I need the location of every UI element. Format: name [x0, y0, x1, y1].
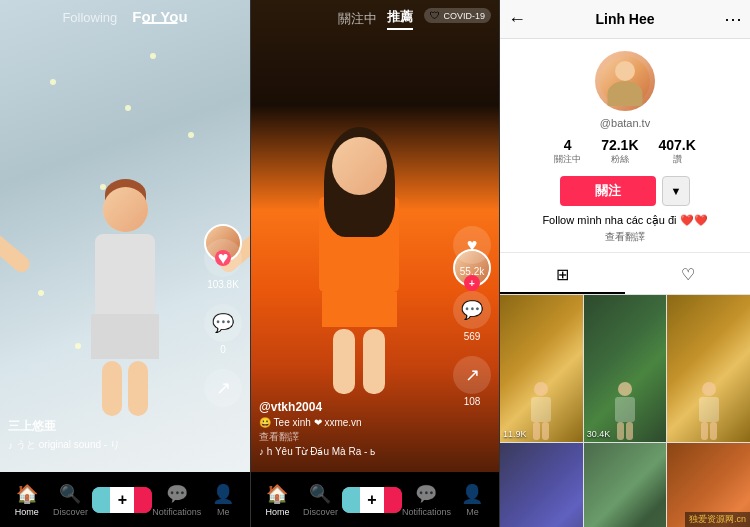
heart-outline-icon: ♡ — [681, 265, 695, 284]
followers-label: 粉絲 — [611, 153, 629, 166]
back-button[interactable]: ← — [508, 9, 526, 30]
middle-heart-icon[interactable]: ♥ — [453, 226, 491, 264]
video-thumb[interactable] — [584, 443, 667, 527]
middle-like-action[interactable]: ♥ 55.2k — [453, 226, 491, 277]
profile-handle: @batan.tv — [600, 117, 650, 129]
right-panel: ← Linh Hee ⋯ @batan.tv 4 關注中 72.1K — [500, 0, 750, 527]
home-label: Home — [15, 507, 39, 517]
bottom-navbar: 🏠 Home 🔍 Discover + 💬 Notifications 👤 — [0, 472, 250, 527]
profile-stats: 4 關注中 72.1K 粉絲 407.K 讚 — [554, 137, 696, 166]
video-count: 11.9K — [503, 429, 527, 439]
shield-icon: 🛡 — [430, 10, 440, 21]
middle-bottom-info: @vtkh2004 😀 Tee xinh ❤ xxme.vn 查看翻譯 ♪ h … — [259, 400, 439, 457]
me-icon: 👤 — [212, 483, 234, 505]
discover-icon: 🔍 — [59, 483, 81, 505]
like-action[interactable]: ♥ 103.8K — [204, 239, 242, 290]
following-count: 4 — [564, 137, 572, 153]
nav-add[interactable]: + — [92, 487, 152, 513]
covid-label: COVID-19 — [443, 11, 485, 21]
middle-comment-count: 569 — [464, 331, 481, 342]
middle-home-label: Home — [265, 507, 289, 517]
middle-share-action[interactable]: ↗ 108 — [453, 356, 491, 407]
profile-header: ← Linh Hee ⋯ — [500, 0, 750, 39]
middle-panel: 關注中 推薦 🛡 COVID-19 + — [250, 0, 500, 527]
left-bottom-info: 三上悠亜 ♪ うと original sound - り — [8, 418, 195, 452]
likes-label: 讚 — [673, 153, 682, 166]
notifications-label: Notifications — [152, 507, 201, 517]
comment-count: 0 — [220, 344, 226, 355]
comment-action[interactable]: 💬 0 — [204, 304, 242, 355]
video-thumb[interactable]: 11.9K — [500, 295, 583, 442]
middle-bottom-navbar: 🏠 Home 🔍 Discover + 💬 Notifications 👤 — [251, 472, 499, 527]
tab-grid[interactable]: ⊞ — [500, 257, 625, 294]
middle-discover-icon: 🔍 — [309, 483, 331, 505]
left-username: 三上悠亜 — [8, 418, 195, 435]
follow-button[interactable]: 關注 — [560, 176, 656, 206]
followers-stat: 72.1K 粉絲 — [601, 137, 638, 166]
middle-top-nav: 關注中 推薦 🛡 COVID-19 — [251, 0, 499, 38]
video-thumb[interactable]: 30.4K — [584, 295, 667, 442]
middle-me-label: Me — [466, 507, 479, 517]
follow-btn-container: 關注 ▼ — [560, 176, 691, 206]
left-music-info: ♪ うと original sound - り — [8, 438, 195, 452]
dropdown-button[interactable]: ▼ — [662, 176, 691, 206]
music-note-icon: ♪ — [8, 440, 13, 451]
nav-notifications[interactable]: 💬 Notifications — [152, 483, 201, 517]
middle-home-icon: 🏠 — [266, 483, 288, 505]
video-count: 30.4K — [587, 429, 611, 439]
middle-add-icon: + — [360, 487, 384, 513]
middle-nav-home[interactable]: 🏠 Home — [256, 483, 299, 517]
following-stat: 4 關注中 — [554, 137, 581, 166]
comment-icon[interactable]: 💬 — [204, 304, 242, 342]
share-icon[interactable]: ↗ — [204, 369, 242, 407]
home-icon: 🏠 — [16, 483, 38, 505]
left-actions: ♥ 103.8K 💬 0 ↗ — [204, 239, 242, 407]
likes-stat: 407.K 讚 — [659, 137, 696, 166]
nav-home[interactable]: 🏠 Home — [5, 483, 49, 517]
middle-nav-notifications[interactable]: 💬 Notifications — [402, 483, 451, 517]
middle-comment-action[interactable]: 💬 569 — [453, 291, 491, 342]
covid-badge: 🛡 COVID-19 — [424, 8, 491, 23]
middle-video-bg: 關注中 推薦 🛡 COVID-19 + — [251, 0, 499, 527]
middle-share-icon[interactable]: ↗ — [453, 356, 491, 394]
middle-like-count: 55.2k — [460, 266, 484, 277]
profile-bio: Follow mình nha các cậu đi ❤️❤️ — [542, 214, 707, 227]
profile-avatar — [595, 51, 655, 111]
following-tab[interactable]: Following — [62, 10, 117, 25]
middle-me-icon: 👤 — [461, 483, 483, 505]
heart-icon[interactable]: ♥ — [204, 239, 242, 277]
likes-count: 407.K — [659, 137, 696, 153]
following-tab-middle[interactable]: 關注中 — [338, 10, 377, 28]
following-label: 關注中 — [554, 153, 581, 166]
notification-icon: 💬 — [166, 483, 188, 505]
video-thumb[interactable] — [667, 295, 750, 442]
more-options-icon[interactable]: ⋯ — [724, 8, 742, 30]
discover-label: Discover — [53, 507, 88, 517]
nav-me[interactable]: 👤 Me — [201, 483, 245, 517]
middle-actions: ♥ 55.2k 💬 569 ↗ 108 — [453, 226, 491, 407]
grid-icon: ⊞ — [556, 265, 569, 284]
like-count: 103.8K — [207, 279, 239, 290]
video-thumb[interactable]: 15.6K — [500, 443, 583, 527]
middle-comment-icon[interactable]: 💬 — [453, 291, 491, 329]
profile-tabs: ⊞ ♡ — [500, 257, 750, 295]
middle-music: ♪ h Yêu Từ Đầu Mà Ra - ь — [259, 446, 439, 457]
profile-info: @batan.tv 4 關注中 72.1K 粉絲 407.K 讚 關注 ▼ Fo… — [500, 39, 750, 253]
left-video-bg: Following For You — [0, 0, 250, 527]
middle-nav-me[interactable]: 👤 Me — [451, 483, 494, 517]
middle-nav-discover[interactable]: 🔍 Discover — [299, 483, 342, 517]
bio-translate[interactable]: 查看翻譯 — [605, 230, 645, 244]
video-grid: 11.9K 30.4K 15.6K — [500, 295, 750, 527]
recommended-tab-middle[interactable]: 推薦 — [387, 8, 413, 30]
followers-count: 72.1K — [601, 137, 638, 153]
nav-discover[interactable]: 🔍 Discover — [49, 483, 93, 517]
middle-translate[interactable]: 查看翻譯 — [259, 430, 439, 444]
middle-notification-icon: 💬 — [415, 483, 437, 505]
tab-liked[interactable]: ♡ — [625, 257, 750, 294]
watermark: 独爱资源网.cn — [685, 512, 750, 527]
left-top-nav: Following For You — [0, 0, 250, 34]
middle-nav-add[interactable]: + — [342, 487, 402, 513]
middle-discover-label: Discover — [303, 507, 338, 517]
left-music-text: うと original sound - り — [16, 438, 120, 452]
share-action[interactable]: ↗ — [204, 369, 242, 407]
